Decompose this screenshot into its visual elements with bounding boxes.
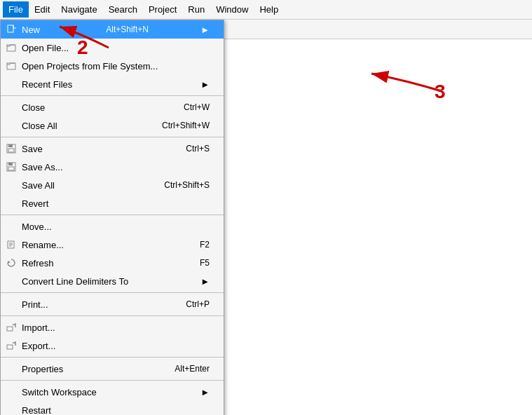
menu-item-close-all-label: Close All <box>22 121 57 131</box>
menu-item-move-label: Move... <box>22 222 52 232</box>
menu-item-new-label: New <box>22 25 40 35</box>
menu-item-close[interactable]: Close Ctrl+W <box>1 98 224 116</box>
convert-arrow: ► <box>186 276 210 287</box>
menu-item-save-as-label: Save As... <box>22 162 63 172</box>
separator-6 <box>1 357 224 358</box>
rename-icon <box>4 239 18 250</box>
menu-item-save-shortcut: Ctrl+S <box>158 144 210 154</box>
svg-rect-4 <box>7 63 15 69</box>
menu-item-restart[interactable]: Restart <box>1 401 224 415</box>
menu-item-save-all[interactable]: Save All Ctrl+Shift+S <box>1 176 224 194</box>
menu-item-refresh[interactable]: Refresh F5 <box>1 254 224 272</box>
open-file-icon <box>4 42 18 53</box>
menu-item-close-all[interactable]: Close All Ctrl+Shift+W <box>1 116 224 135</box>
separator-3 <box>1 215 224 215</box>
separator-2 <box>1 137 224 137</box>
menu-item-convert[interactable]: Convert Line Delimiters To ► <box>1 272 224 290</box>
save-icon <box>4 143 18 154</box>
new-icon <box>4 24 18 35</box>
move-icon <box>4 221 18 232</box>
menu-item-save-label: Save <box>22 144 43 154</box>
menu-item-refresh-shortcut: F5 <box>172 258 210 268</box>
menubar-item-project[interactable]: Project <box>143 1 182 18</box>
menu-item-save[interactable]: Save Ctrl+S <box>1 140 224 158</box>
save-as-icon <box>4 161 18 172</box>
menu-item-recent-files-label: Recent Files <box>22 79 72 90</box>
recent-files-icon <box>4 79 18 90</box>
menu-item-properties-shortcut: Alt+Enter <box>146 364 210 374</box>
menu-item-import-label: Import... <box>22 322 55 333</box>
svg-rect-7 <box>8 149 14 152</box>
menu-item-switch-workspace-label: Switch Workspace <box>22 387 97 397</box>
separator-1 <box>1 95 224 96</box>
switch-workspace-icon <box>4 386 18 397</box>
menu-item-properties-label: Properties <box>22 364 63 374</box>
menu-item-print-label: Print... <box>22 299 48 310</box>
file-dropdown: New Alt+Shift+N ► Open File... Open Proj… <box>0 20 364 415</box>
menu-item-rename[interactable]: Rename... F2 <box>1 236 224 254</box>
svg-marker-15 <box>8 261 11 264</box>
switch-workspace-arrow: ► <box>186 387 210 397</box>
separator-4 <box>1 292 224 293</box>
menubar-item-navigate[interactable]: Navigate <box>55 1 102 18</box>
close-icon <box>4 102 18 113</box>
save-all-icon <box>4 179 18 191</box>
menu-item-convert-label: Convert Line Delimiters To <box>22 276 128 287</box>
menu-item-open-projects[interactable]: Open Projects from File System... <box>1 57 224 75</box>
menu-item-save-as[interactable]: Save As... <box>1 158 224 176</box>
menu-item-open-file-label: Open File... <box>22 43 69 53</box>
menu-item-new-shortcut: Alt+Shift+N <box>78 25 149 34</box>
restart-icon <box>4 404 18 415</box>
menu-item-print-shortcut: Ctrl+P <box>158 299 210 309</box>
menu-item-recent-files[interactable]: Recent Files ► <box>1 75 224 93</box>
separator-5 <box>1 315 224 316</box>
file-menu: New Alt+Shift+N ► Open File... Open Proj… <box>0 20 224 415</box>
menu-item-rename-shortcut: F2 <box>172 240 210 250</box>
menubar-item-search[interactable]: Search <box>103 1 143 18</box>
menu-item-restart-label: Restart <box>22 405 51 416</box>
svg-rect-0 <box>8 25 13 32</box>
close-all-icon <box>4 120 18 131</box>
print-icon <box>4 299 18 310</box>
new-submenu-arrow: ► <box>186 25 210 35</box>
menu-item-properties[interactable]: Properties Alt+Enter <box>1 360 224 378</box>
svg-rect-10 <box>8 167 14 170</box>
svg-rect-3 <box>7 45 15 51</box>
menu-item-export-label: Export... <box>22 341 55 351</box>
menu-item-close-label: Close <box>22 102 45 113</box>
menu-item-rename-label: Rename... <box>22 240 64 250</box>
separator-7 <box>1 380 224 381</box>
menu-item-new[interactable]: New Alt+Shift+N ► <box>1 20 224 39</box>
menu-item-save-all-shortcut: Ctrl+Shift+S <box>136 180 210 190</box>
menubar-item-edit[interactable]: Edit <box>29 1 55 18</box>
menu-item-print[interactable]: Print... Ctrl+P <box>1 295 224 313</box>
menubar-item-file[interactable]: File <box>3 1 29 18</box>
menu-item-save-all-label: Save All <box>22 180 55 191</box>
menu-item-refresh-label: Refresh <box>22 258 54 268</box>
convert-icon <box>4 275 18 287</box>
menu-item-import[interactable]: Import... <box>1 318 224 336</box>
svg-rect-16 <box>7 327 13 331</box>
menu-item-revert[interactable]: Revert <box>1 194 224 212</box>
menu-item-close-all-shortcut: Ctrl+Shift+W <box>134 121 210 130</box>
menu-item-open-file[interactable]: Open File... <box>1 39 224 57</box>
menu-item-close-shortcut: Ctrl+W <box>156 102 210 112</box>
menubar: File Edit Navigate Search Project Run Wi… <box>0 0 532 20</box>
export-icon <box>4 340 18 351</box>
refresh-icon <box>4 257 18 268</box>
menu-item-switch-workspace[interactable]: Switch Workspace ► <box>1 383 224 401</box>
svg-rect-6 <box>8 144 13 147</box>
open-projects-icon <box>4 60 18 72</box>
import-icon <box>4 322 18 333</box>
recent-files-arrow: ► <box>186 79 210 90</box>
menu-item-export[interactable]: Export... <box>1 336 224 355</box>
revert-icon <box>4 198 18 209</box>
menubar-item-run[interactable]: Run <box>182 1 210 18</box>
properties-icon <box>4 363 18 374</box>
menu-item-revert-label: Revert <box>22 198 48 209</box>
menu-item-move[interactable]: Move... <box>1 217 224 236</box>
svg-rect-19 <box>7 345 13 349</box>
menubar-item-help[interactable]: Help <box>254 1 284 18</box>
svg-rect-9 <box>8 163 13 165</box>
menubar-item-window[interactable]: Window <box>210 1 254 18</box>
